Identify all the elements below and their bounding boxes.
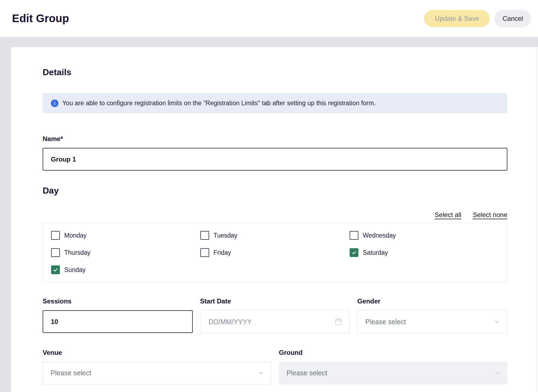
day-option[interactable]: Sunday <box>51 265 200 274</box>
sessions-field-block: Sessions <box>43 297 193 333</box>
ground-select-value: Please select <box>286 369 494 377</box>
fields-row-sessions: Sessions Start Date Gender Please select <box>43 297 507 333</box>
info-circle-icon <box>51 100 59 107</box>
checkbox-unchecked[interactable] <box>51 231 60 240</box>
day-option-label: Friday <box>214 249 231 256</box>
check-icon <box>53 267 58 273</box>
ground-label: Ground <box>279 349 507 356</box>
day-option[interactable]: Friday <box>200 248 350 257</box>
checkbox-unchecked[interactable] <box>200 248 209 257</box>
day-option-label: Monday <box>64 232 87 239</box>
name-label: Name* <box>43 135 507 143</box>
cancel-button[interactable]: Cancel <box>494 10 531 27</box>
select-all-link[interactable]: Select all <box>435 211 461 219</box>
venue-select[interactable]: Please select <box>43 362 271 384</box>
details-heading: Details <box>43 47 507 77</box>
edit-group-form-card: Details You are able to configure regist… <box>11 47 538 392</box>
checkbox-unchecked[interactable] <box>350 231 358 240</box>
sessions-input[interactable] <box>43 310 193 333</box>
checkbox-unchecked[interactable] <box>51 248 60 257</box>
gender-select-value: Please select <box>365 318 493 326</box>
chevron-down-icon <box>257 370 264 377</box>
day-select-links: Select all Select none <box>43 211 507 219</box>
name-input[interactable] <box>43 148 507 171</box>
chevron-down-icon <box>494 370 501 377</box>
day-option-label: Saturday <box>363 249 388 256</box>
ground-select[interactable]: Please select <box>279 362 507 384</box>
fields-row-venue: Venue Please select Ground Please select <box>43 349 507 384</box>
ground-field-block: Ground Please select <box>279 349 507 384</box>
day-option-label: Wednesday <box>363 232 396 239</box>
day-option-label: Tuesday <box>214 232 237 239</box>
day-option[interactable]: Monday <box>51 231 200 240</box>
day-option[interactable]: Saturday <box>350 248 499 257</box>
start-date-field-block: Start Date <box>200 297 350 333</box>
gender-label: Gender <box>357 297 507 305</box>
calendar-icon[interactable] <box>334 317 343 326</box>
start-date-control[interactable] <box>200 310 350 333</box>
venue-field-block: Venue Please select <box>43 349 271 384</box>
checkbox-unchecked[interactable] <box>200 231 209 240</box>
day-option[interactable]: Wednesday <box>350 231 499 240</box>
info-banner: You are able to configure registration l… <box>43 93 507 113</box>
sessions-label: Sessions <box>43 297 193 305</box>
day-option[interactable]: Tuesday <box>200 231 350 240</box>
info-banner-text: You are able to configure registration l… <box>62 100 376 107</box>
venue-label: Venue <box>43 349 271 356</box>
day-heading: Day <box>43 186 507 196</box>
checkbox-checked[interactable] <box>51 265 60 274</box>
chevron-down-icon <box>493 318 501 325</box>
header-bar: Edit Group Update & Save Cancel <box>0 0 538 37</box>
day-option-label: Sunday <box>64 266 86 274</box>
start-date-label: Start Date <box>200 297 350 305</box>
day-options: MondayTuesdayWednesdayThursdayFridaySatu… <box>43 223 507 282</box>
venue-select-value: Please select <box>51 369 257 377</box>
gender-field-block: Gender Please select <box>357 297 507 333</box>
page-title: Edit Group <box>12 12 69 25</box>
day-option[interactable]: Thursday <box>51 248 200 257</box>
scrollbar-track[interactable] <box>536 47 538 392</box>
gender-select[interactable]: Please select <box>357 310 507 333</box>
name-field-block: Name* <box>43 135 507 171</box>
update-save-button[interactable]: Update & Save <box>424 10 490 27</box>
day-option-label: Thursday <box>64 249 90 256</box>
select-none-link[interactable]: Select none <box>473 211 507 219</box>
start-date-input[interactable] <box>208 318 334 326</box>
checkbox-checked[interactable] <box>350 248 358 257</box>
check-icon <box>351 250 357 255</box>
